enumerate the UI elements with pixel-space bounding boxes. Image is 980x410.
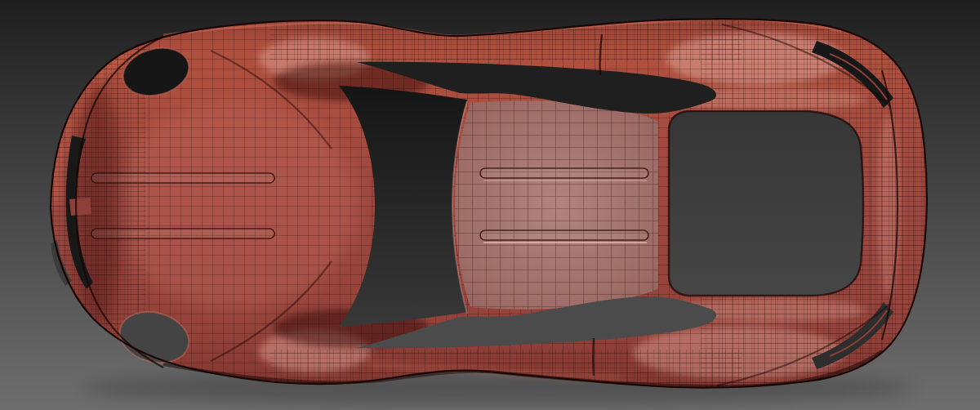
hood-channel-2 bbox=[91, 229, 274, 238]
front-trunk-gap-bridge bbox=[69, 198, 91, 216]
roof-channel-1 bbox=[480, 168, 648, 178]
roof-channel-2 bbox=[480, 230, 648, 240]
door-seam-lower bbox=[593, 338, 594, 376]
hood-channel-1 bbox=[91, 173, 274, 183]
car-top-view bbox=[0, 0, 980, 410]
rear-glass bbox=[669, 111, 863, 296]
car-model[interactable] bbox=[0, 0, 980, 410]
viewport[interactable] bbox=[0, 0, 980, 410]
roof-wireframe bbox=[455, 100, 658, 309]
